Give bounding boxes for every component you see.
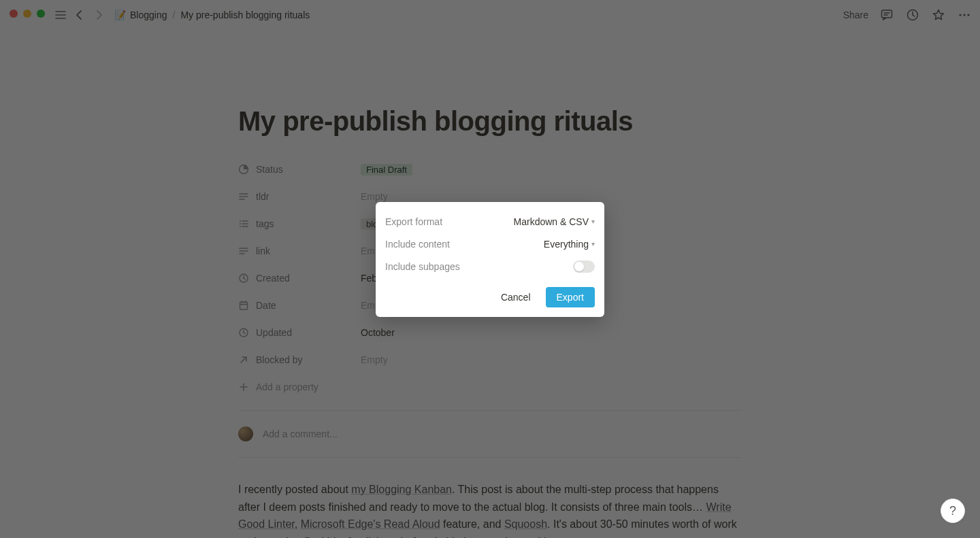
help-icon: ? xyxy=(949,504,956,518)
export-format-label: Export format xyxy=(385,216,442,227)
modal-row-include-content: Include content Everything ▾ xyxy=(385,233,595,255)
toggle-knob xyxy=(574,262,584,271)
include-content-label: Include content xyxy=(385,239,450,250)
chevron-down-icon: ▾ xyxy=(591,218,595,225)
include-content-value: Everything xyxy=(544,239,589,250)
include-subpages-label: Include subpages xyxy=(385,261,460,272)
export-format-select[interactable]: Markdown & CSV ▾ xyxy=(514,216,595,227)
help-button[interactable]: ? xyxy=(941,499,965,523)
export-format-value: Markdown & CSV xyxy=(514,216,589,227)
include-content-select[interactable]: Everything ▾ xyxy=(544,239,595,250)
modal-row-export-format: Export format Markdown & CSV ▾ xyxy=(385,210,595,233)
chevron-down-icon: ▾ xyxy=(591,240,595,248)
cancel-button[interactable]: Cancel xyxy=(493,287,539,307)
modal-actions: Cancel Export xyxy=(385,287,595,307)
include-subpages-toggle[interactable] xyxy=(573,260,595,273)
export-modal: Export format Markdown & CSV ▾ Include c… xyxy=(376,202,604,317)
modal-row-include-subpages: Include subpages xyxy=(385,255,595,278)
export-button[interactable]: Export xyxy=(546,287,595,307)
